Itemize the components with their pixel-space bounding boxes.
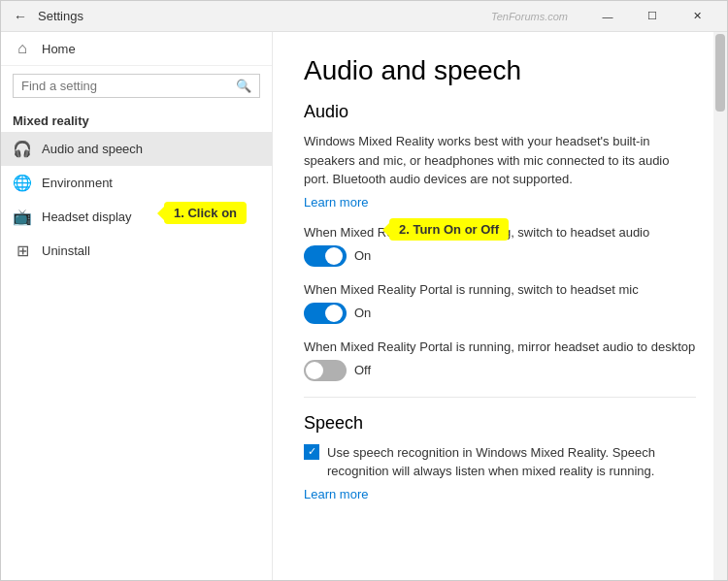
toggle3-control: Off	[304, 360, 696, 381]
audio-speech-icon: 🎧	[13, 140, 32, 158]
toggle3-switch[interactable]	[304, 360, 347, 381]
toggle2-thumb	[325, 305, 343, 322]
back-button[interactable]: ←	[9, 5, 32, 28]
maximize-button[interactable]: ☐	[630, 1, 675, 32]
environment-icon: 🌐	[13, 174, 32, 192]
watermark: TenForums.com	[491, 11, 568, 22]
toggle-headset-mic: When Mixed Reality Portal is running, sw…	[304, 282, 696, 324]
speech-checkbox[interactable]: ✓	[304, 444, 319, 460]
speech-checkbox-row: ✓ Use speech recognition in Windows Mixe…	[304, 443, 696, 481]
sidebar-section-title: Mixed reality	[1, 106, 272, 132]
checkbox-check-icon: ✓	[308, 445, 316, 458]
settings-window: ← Settings TenForums.com — ☐ ✕ ⌂ Home 🔍 …	[0, 0, 728, 581]
toggle1-control: On	[304, 245, 696, 267]
scrollbar-track[interactable]	[713, 32, 727, 580]
search-box[interactable]: 🔍	[13, 74, 260, 98]
toggle-mirror-audio: When Mixed Reality Portal is running, mi…	[304, 339, 696, 381]
toggle2-switch[interactable]	[304, 303, 347, 324]
toggle3-thumb	[306, 362, 323, 379]
section-divider	[304, 397, 696, 398]
speech-description: Use speech recognition in Windows Mixed …	[327, 443, 696, 481]
sidebar-search-area: 🔍	[1, 66, 272, 106]
audio-section-title: Audio	[304, 102, 696, 122]
toggle2-control: On	[304, 303, 696, 324]
toggle2-state-text: On	[354, 306, 371, 320]
learn-more-link-2[interactable]: Learn more	[304, 487, 696, 501]
home-icon: ⌂	[13, 40, 32, 57]
sidebar: ⌂ Home 🔍 Mixed reality 🎧 Audio and speec…	[1, 32, 273, 580]
page-title: Audio and speech	[304, 55, 696, 86]
annotation-callout-1: 1. Click on	[164, 202, 247, 224]
minimize-button[interactable]: —	[585, 1, 630, 32]
window-controls: — ☐ ✕	[585, 1, 719, 32]
callout-2-text: 2. Turn On or Off	[389, 218, 509, 241]
sidebar-home-label: Home	[42, 42, 76, 56]
window-title: Settings	[38, 9, 83, 23]
callout-1-text: 1. Click on	[164, 202, 247, 224]
scrollbar-thumb[interactable]	[715, 34, 725, 112]
headset-display-icon: 📺	[13, 208, 32, 226]
toggle3-state-text: Off	[354, 363, 371, 377]
speech-section-title: Speech	[304, 413, 696, 434]
toggle1-state-text: On	[354, 248, 371, 263]
main-area: ⌂ Home 🔍 Mixed reality 🎧 Audio and speec…	[1, 32, 727, 580]
sidebar-item-audio-speech[interactable]: 🎧 Audio and speech	[1, 132, 272, 166]
sidebar-item-uninstall[interactable]: ⊞ Uninstall	[1, 234, 272, 268]
content-wrapper: Audio and speech Audio Windows Mixed Rea…	[273, 32, 727, 580]
sidebar-item-headset-display-label: Headset display	[42, 210, 132, 224]
toggle1-thumb	[325, 247, 343, 265]
search-icon: 🔍	[236, 79, 251, 93]
sidebar-item-environment[interactable]: 🌐 Environment	[1, 166, 272, 200]
sidebar-item-uninstall-label: Uninstall	[42, 243, 90, 258]
uninstall-icon: ⊞	[13, 242, 32, 260]
search-input[interactable]	[21, 79, 236, 93]
close-button[interactable]: ✕	[675, 1, 719, 32]
content-area: Audio and speech Audio Windows Mixed Rea…	[273, 32, 727, 580]
audio-description: Windows Mixed Reality works best with yo…	[304, 132, 696, 189]
sidebar-item-audio-speech-label: Audio and speech	[42, 142, 143, 156]
titlebar: ← Settings TenForums.com — ☐ ✕	[1, 1, 727, 32]
toggle2-label: When Mixed Reality Portal is running, sw…	[304, 282, 696, 297]
annotation-callout-2: 2. Turn On or Off	[389, 218, 509, 241]
sidebar-item-environment-label: Environment	[42, 176, 113, 190]
sidebar-item-home[interactable]: ⌂ Home	[1, 32, 272, 66]
toggle1-switch[interactable]	[304, 245, 347, 267]
learn-more-link-1[interactable]: Learn more	[304, 195, 696, 210]
toggle3-label: When Mixed Reality Portal is running, mi…	[304, 339, 696, 354]
